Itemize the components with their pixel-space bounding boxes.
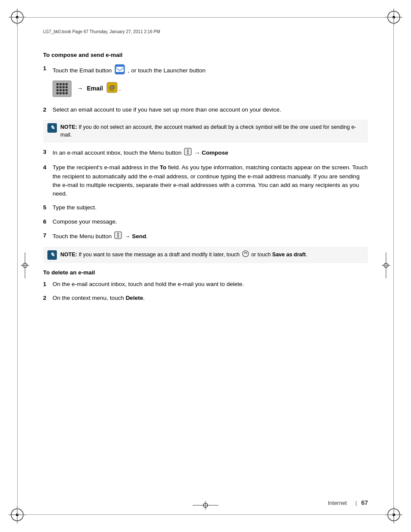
step-4-to: To bbox=[160, 164, 167, 171]
delete-step-2-num: 2 bbox=[43, 294, 53, 302]
note-2-label: NOTE: bbox=[60, 252, 77, 258]
grid-dot bbox=[59, 89, 62, 91]
step-2-num: 2 bbox=[43, 106, 53, 114]
launcher-box: → Email @ . bbox=[53, 81, 368, 97]
compose-steps-list-2: 3 In an e-mail account inbox, touch the … bbox=[43, 148, 368, 242]
svg-point-35 bbox=[118, 233, 119, 234]
step-3-arrow: → bbox=[194, 149, 202, 156]
svg-point-32 bbox=[187, 151, 189, 152]
step-2-content: Select an email account to use if you ha… bbox=[53, 106, 368, 114]
delete-step-2: 2 On the context menu, touch Delete. bbox=[43, 294, 368, 302]
note-1-text: NOTE: If you do not select an account, t… bbox=[60, 123, 364, 140]
footer: Internet | 67 bbox=[43, 499, 368, 506]
delete-step-2-delete: Delete bbox=[126, 295, 143, 301]
step-3: 3 In an e-mail account inbox, touch the … bbox=[43, 148, 368, 158]
grid-dot bbox=[62, 89, 65, 91]
svg-point-37 bbox=[118, 236, 119, 237]
menu-btn-icon-3 bbox=[184, 148, 192, 158]
menu-btn-icon-7 bbox=[114, 231, 122, 242]
grid-dot bbox=[56, 92, 59, 94]
grid-dot bbox=[65, 92, 68, 94]
delete-steps-list: 1 On the e-mail account inbox, touch and… bbox=[43, 280, 368, 303]
footer-divider: | bbox=[355, 500, 357, 506]
main-content: To compose and send e-mail 1 Touch the E… bbox=[43, 52, 368, 489]
compose-steps-list: 1 Touch the Email button , or touch the … bbox=[43, 64, 368, 115]
step-1-content: Touch the Email button , or touch the La… bbox=[53, 64, 368, 100]
grid-dot bbox=[62, 83, 65, 85]
step-4: 4 Type the recipient's e-mail address in… bbox=[43, 163, 368, 198]
note-1-box: ✎ NOTE: If you do not select an account,… bbox=[43, 120, 368, 143]
compose-heading: To compose and send e-mail bbox=[43, 52, 368, 58]
footer-section: Internet bbox=[328, 500, 347, 506]
svg-point-38 bbox=[243, 251, 249, 257]
step-1-num: 1 bbox=[43, 64, 53, 73]
step-5-content: Type the subject. bbox=[53, 203, 368, 212]
note-1-icon: ✎ bbox=[47, 123, 57, 133]
grid-dot bbox=[59, 92, 62, 94]
grid-dot bbox=[59, 83, 62, 85]
step-4-content: Type the recipient's e-mail address in t… bbox=[53, 163, 368, 198]
svg-point-31 bbox=[187, 149, 189, 151]
grid-dot bbox=[56, 86, 59, 88]
grid-dot bbox=[59, 86, 62, 88]
step-3-text-before: In an e-mail account inbox, touch the Me… bbox=[53, 149, 181, 156]
step-7-content: Touch the Menu button → Send. bbox=[53, 231, 368, 242]
svg-text:@: @ bbox=[109, 84, 115, 91]
footer-page-number: 67 bbox=[361, 499, 368, 506]
step-1-text-after: , or touch the Launcher button bbox=[128, 67, 206, 74]
note-2-body: If you want to save the message as a dra… bbox=[78, 252, 240, 258]
step-3-content: In an e-mail account inbox, touch the Me… bbox=[53, 148, 368, 158]
delete-step-1-num: 1 bbox=[43, 280, 53, 289]
note-2-box: ✎ NOTE: If you want to save the message … bbox=[43, 247, 368, 263]
delete-heading: To delete an e-mail bbox=[43, 269, 368, 276]
grid-dot bbox=[56, 89, 59, 91]
step-3-compose: Compose bbox=[202, 149, 228, 156]
note-1-label: NOTE: bbox=[60, 124, 77, 130]
svg-point-33 bbox=[187, 153, 189, 154]
launcher-email-label: Email bbox=[87, 85, 103, 92]
launcher-period: . bbox=[119, 85, 121, 92]
step-3-num: 3 bbox=[43, 148, 53, 156]
header-text: LG7_bk0.book Page 67 Thursday, January 2… bbox=[43, 29, 160, 34]
save-draft-circle-icon bbox=[242, 250, 249, 260]
delete-step-2-content: On the context menu, touch Delete. bbox=[53, 294, 368, 302]
svg-point-36 bbox=[118, 234, 119, 236]
step-7-text-before: Touch the Menu button bbox=[53, 233, 112, 239]
step-7-arrow: → bbox=[125, 233, 132, 239]
step-7-send: Send bbox=[132, 233, 146, 239]
delete-step-2-text-before: On the context menu, touch bbox=[53, 295, 124, 301]
step-5-num: 5 bbox=[43, 203, 53, 212]
launcher-grid-icon bbox=[56, 83, 68, 94]
step-6: 6 Compose your message. bbox=[43, 218, 368, 226]
step-7: 7 Touch the Menu button → Send. bbox=[43, 231, 368, 242]
note-1-body: If you do not select an account, the acc… bbox=[60, 124, 356, 138]
email-at-icon: @ bbox=[106, 82, 118, 96]
note-2-icon: ✎ bbox=[47, 250, 57, 260]
step-6-num: 6 bbox=[43, 218, 53, 226]
grid-dot bbox=[56, 83, 59, 85]
step-4-num: 4 bbox=[43, 163, 53, 172]
step-6-content: Compose your message. bbox=[53, 218, 368, 226]
grid-dot bbox=[62, 92, 65, 94]
launcher-grid-container bbox=[53, 81, 72, 97]
note-2-text: NOTE: If you want to save the message as… bbox=[60, 250, 364, 260]
header-line: LG7_bk0.book Page 67 Thursday, January 2… bbox=[43, 29, 368, 34]
grid-dot bbox=[65, 89, 68, 91]
step-5: 5 Type the subject. bbox=[43, 203, 368, 212]
step-7-num: 7 bbox=[43, 231, 53, 240]
step-1: 1 Touch the Email button , or touch the … bbox=[43, 64, 368, 100]
note-2-save-label: Save as draft bbox=[272, 252, 306, 258]
delete-step-1: 1 On the e-mail account inbox, touch and… bbox=[43, 280, 368, 289]
grid-dot bbox=[65, 83, 68, 85]
note-2-or-touch: or touch bbox=[251, 252, 271, 258]
step-1-text-before: Touch the Email button bbox=[53, 67, 112, 74]
grid-dot bbox=[62, 86, 65, 88]
grid-dot bbox=[65, 86, 68, 88]
delete-step-1-content: On the e-mail account inbox, touch and h… bbox=[53, 280, 368, 289]
step-2: 2 Select an email account to use if you … bbox=[43, 106, 368, 114]
launcher-arrow: → bbox=[77, 85, 83, 92]
email-button-icon bbox=[115, 64, 125, 77]
